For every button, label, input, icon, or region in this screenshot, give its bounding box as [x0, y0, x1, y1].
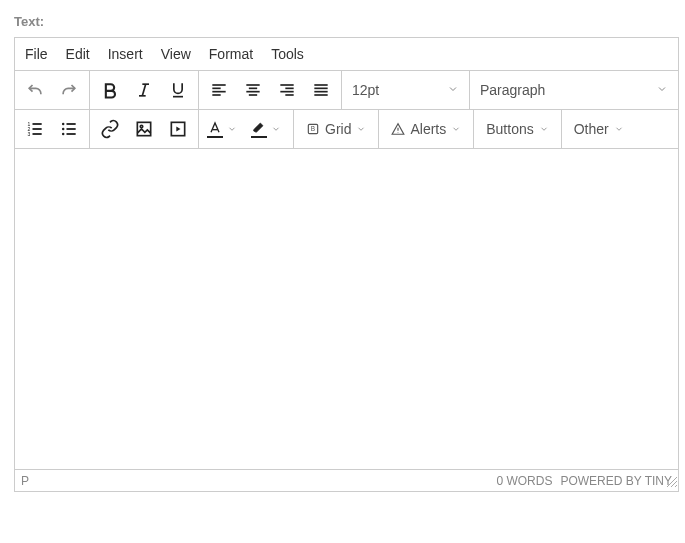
media-icon [168, 119, 188, 139]
align-justify-button[interactable] [305, 74, 337, 106]
image-icon [134, 119, 154, 139]
align-center-button[interactable] [237, 74, 269, 106]
highlight-icon [251, 120, 267, 134]
align-right-icon [277, 80, 297, 100]
text-color-icon [207, 120, 223, 134]
align-center-icon [243, 80, 263, 100]
chevron-down-icon [356, 121, 366, 137]
redo-icon [59, 80, 79, 100]
field-label: Text: [14, 14, 671, 29]
chevron-down-icon [267, 124, 285, 134]
menu-format[interactable]: Format [209, 46, 253, 62]
link-button[interactable] [94, 113, 126, 145]
underline-icon [168, 80, 188, 100]
align-left-icon [209, 80, 229, 100]
svg-text:3: 3 [28, 131, 31, 137]
block-format-value: Paragraph [480, 82, 545, 98]
font-size-value: 12pt [352, 82, 379, 98]
align-left-button[interactable] [203, 74, 235, 106]
menu-tools[interactable]: Tools [271, 46, 304, 62]
svg-rect-32 [137, 122, 150, 135]
numbered-list-icon: 123 [25, 119, 45, 139]
bulleted-list-icon [59, 119, 79, 139]
text-color-swatch [207, 136, 223, 138]
image-button[interactable] [128, 113, 160, 145]
toolbar-row-2: 123 [15, 110, 678, 149]
menu-view[interactable]: View [161, 46, 191, 62]
bold-button[interactable] [94, 74, 126, 106]
menu-edit[interactable]: Edit [66, 46, 90, 62]
buttons-label: Buttons [486, 121, 533, 137]
underline-button[interactable] [162, 74, 194, 106]
svg-point-40 [398, 132, 399, 133]
svg-text:B: B [311, 125, 315, 132]
link-icon [100, 119, 120, 139]
svg-line-43 [675, 485, 677, 487]
statusbar: P 0 WORDS POWERED BY TINY [15, 469, 678, 491]
other-label: Other [574, 121, 609, 137]
svg-point-33 [140, 125, 143, 128]
media-button[interactable] [162, 113, 194, 145]
svg-point-29 [62, 123, 64, 126]
svg-marker-35 [176, 127, 180, 132]
undo-button[interactable] [19, 74, 51, 106]
redo-button[interactable] [53, 74, 85, 106]
toolbar-row-1: 12pt Paragraph [15, 71, 678, 110]
text-color-button[interactable] [203, 113, 245, 145]
chevron-down-icon [614, 121, 624, 137]
block-format-select[interactable]: Paragraph [470, 71, 678, 109]
branding[interactable]: POWERED BY TINY [560, 474, 672, 488]
undo-icon [25, 80, 45, 100]
italic-button[interactable] [128, 74, 160, 106]
svg-point-31 [62, 133, 64, 136]
other-menu-button[interactable]: Other [566, 113, 632, 145]
align-right-button[interactable] [271, 74, 303, 106]
alerts-menu-button[interactable]: Alerts [383, 113, 469, 145]
editor-content[interactable] [15, 149, 678, 469]
chevron-down-icon [447, 82, 459, 98]
menubar: File Edit Insert View Format Tools [15, 38, 678, 71]
highlight-color-button[interactable] [247, 113, 289, 145]
grid-menu-button[interactable]: B Grid [298, 113, 374, 145]
buttons-menu-button[interactable]: Buttons [478, 113, 556, 145]
bulleted-list-button[interactable] [53, 113, 85, 145]
italic-icon [134, 80, 154, 100]
chevron-down-icon [656, 82, 668, 98]
numbered-list-button[interactable]: 123 [19, 113, 51, 145]
font-size-select[interactable]: 12pt [342, 71, 470, 109]
menu-file[interactable]: File [25, 46, 48, 62]
menu-insert[interactable]: Insert [108, 46, 143, 62]
highlight-color-swatch [251, 136, 267, 138]
chevron-down-icon [223, 124, 241, 134]
element-path[interactable]: P [21, 474, 29, 488]
svg-point-30 [62, 128, 64, 131]
grid-label: Grid [325, 121, 351, 137]
alert-icon [391, 122, 405, 136]
chevron-down-icon [539, 121, 549, 137]
chevron-down-icon [451, 121, 461, 137]
grid-icon: B [306, 122, 320, 136]
rich-text-editor: File Edit Insert View Format Tools [14, 37, 679, 492]
word-count[interactable]: 0 WORDS [496, 474, 552, 488]
resize-handle[interactable] [667, 476, 677, 490]
resize-icon [667, 477, 677, 487]
align-justify-icon [311, 80, 331, 100]
bold-icon [100, 80, 120, 100]
alerts-label: Alerts [410, 121, 446, 137]
svg-line-2 [142, 84, 145, 96]
